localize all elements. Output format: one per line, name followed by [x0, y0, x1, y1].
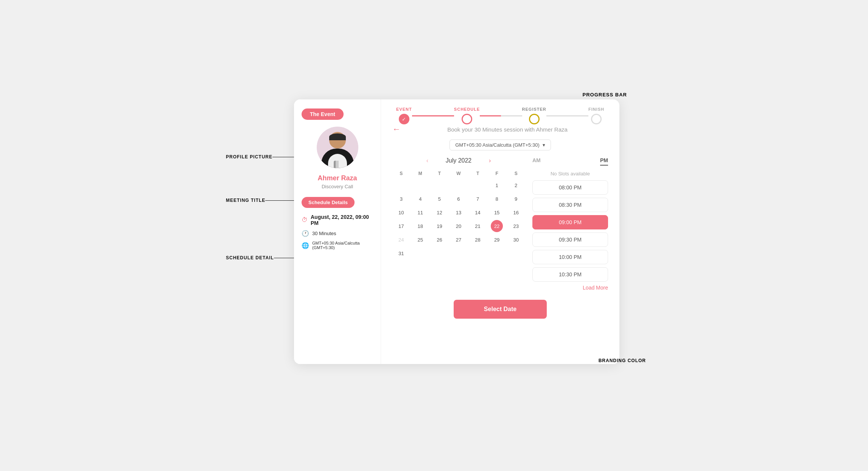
cal-day-10[interactable]: 10 [395, 206, 407, 218]
select-date-button[interactable]: Select Date [454, 300, 547, 319]
meeting-subtitle: Discovery Call [322, 184, 353, 189]
left-panel: The Event Ahmer Raza Discovery Call Sche… [294, 99, 381, 364]
cal-day-28[interactable]: 28 [472, 234, 484, 246]
step-register-circle [529, 114, 540, 124]
timezone-dropdown[interactable]: GMT+05:30 Asia/Calcutta (GMT+5:30) ▾ [450, 139, 551, 150]
am-tab[interactable]: AM [532, 157, 541, 166]
cal-day-18[interactable]: 18 [414, 220, 426, 232]
cal-day-27[interactable]: 27 [453, 234, 465, 246]
avatar [317, 127, 358, 168]
bottom-actions: Select Date [392, 300, 608, 319]
step-event[interactable]: EVENT ✓ [396, 107, 412, 124]
schedule-duration: 🕐 30 Minutes [302, 230, 373, 237]
cal-header-sun: S [392, 169, 410, 178]
cal-day-empty [491, 247, 503, 259]
cal-day-17[interactable]: 17 [395, 220, 407, 232]
chevron-down-icon: ▾ [543, 142, 545, 148]
cal-day-6[interactable]: 6 [453, 193, 465, 205]
cal-day-24[interactable]: 24 [395, 234, 407, 246]
cal-day-empty [510, 247, 522, 259]
cal-header-tue: T [431, 169, 448, 178]
cal-day-2[interactable]: 2 [510, 179, 522, 191]
time-slot-5[interactable]: 10:30 PM [532, 267, 608, 282]
cal-day-23[interactable]: 23 [510, 220, 522, 232]
load-more-button[interactable]: Load More [532, 285, 608, 291]
next-month-arrow[interactable]: › [489, 157, 491, 164]
clock-icon: ⏱ [302, 217, 308, 223]
cal-day-empty [453, 179, 465, 191]
cal-day-8[interactable]: 8 [491, 193, 503, 205]
cal-day-empty [453, 247, 465, 259]
time-slot-2[interactable]: 09:00 PM [532, 215, 608, 229]
cal-day-1[interactable]: 1 [491, 179, 503, 191]
cal-day-7[interactable]: 7 [472, 193, 484, 205]
cal-day-31[interactable]: 31 [395, 247, 407, 259]
cal-day-9[interactable]: 9 [510, 193, 522, 205]
cal-header-wed: W [450, 169, 468, 178]
step-register[interactable]: REGISTER [522, 107, 546, 124]
step-register-label: REGISTER [522, 107, 546, 112]
schedule-timezone: 🌐 GMT+05:30 Asia/Calcutta (GMT+5:30) [302, 241, 373, 250]
back-arrow[interactable]: ← [392, 124, 401, 134]
cal-day-empty [472, 247, 484, 259]
branding-color-annotation: BRANDING COLOR [599, 358, 646, 363]
time-slot-4[interactable]: 10:00 PM [532, 250, 608, 264]
cal-header-thu: T [469, 169, 487, 178]
duration-icon: 🕐 [302, 230, 309, 237]
no-slots-text: No Slots available [532, 171, 608, 177]
cal-day-19[interactable]: 19 [433, 220, 445, 232]
cal-day-26[interactable]: 26 [433, 234, 445, 246]
cal-day-14[interactable]: 14 [472, 206, 484, 218]
cal-day-empty [414, 179, 426, 191]
step-finish-label: FINISH [588, 107, 604, 112]
step-schedule[interactable]: SCHEDULE [454, 107, 480, 124]
event-badge: The Event [302, 108, 344, 120]
cal-day-empty [433, 247, 445, 259]
cal-day-29[interactable]: 29 [491, 234, 503, 246]
cal-day-15[interactable]: 15 [491, 206, 503, 218]
cal-day-12[interactable]: 12 [433, 206, 445, 218]
cal-header-mon: M [412, 169, 429, 178]
calendar-grid: S M T W T F S 1 2 [392, 169, 525, 259]
cal-day-25[interactable]: 25 [414, 234, 426, 246]
step-finish-circle [591, 114, 602, 124]
timezone-selector: GMT+05:30 Asia/Calcutta (GMT+5:30) ▾ [392, 139, 608, 150]
time-slot-0[interactable]: 08:00 PM [532, 180, 608, 195]
prev-month-arrow[interactable]: ‹ [426, 157, 428, 164]
time-area: AM PM No Slots available 08:00 PM 08:30 … [532, 157, 608, 291]
cal-day-3[interactable]: 3 [395, 193, 407, 205]
pm-tab[interactable]: PM [600, 157, 608, 166]
cal-day-22[interactable]: 22 [491, 220, 503, 232]
time-slot-1[interactable]: 08:30 PM [532, 198, 608, 212]
cal-day-13[interactable]: 13 [453, 206, 465, 218]
cal-header-fri: F [488, 169, 506, 178]
content-area: ‹ July 2022 › S M T W T F S [392, 157, 608, 291]
step-line-2 [480, 115, 522, 116]
right-panel: EVENT ✓ SCHEDULE REGISTER FINI [381, 99, 619, 364]
cal-day-30[interactable]: 30 [510, 234, 522, 246]
step-schedule-circle [462, 114, 472, 124]
step-event-circle: ✓ [399, 114, 409, 124]
cal-header-sat: S [507, 169, 525, 178]
cal-day-11[interactable]: 11 [414, 206, 426, 218]
progress-steps: EVENT ✓ SCHEDULE REGISTER FINI [392, 107, 608, 124]
session-title: Book your 30 Minutes session with Ahmer … [407, 126, 608, 133]
cal-day-empty [433, 179, 445, 191]
month-title: July 2022 [436, 157, 481, 164]
cal-day-empty [414, 247, 426, 259]
time-slot-3[interactable]: 09:30 PM [532, 232, 608, 247]
cal-day-16[interactable]: 16 [510, 206, 522, 218]
step-finish[interactable]: FINISH [588, 107, 604, 124]
step-schedule-label: SCHEDULE [454, 107, 480, 112]
month-nav: ‹ July 2022 › [392, 157, 525, 164]
cal-day-20[interactable]: 20 [453, 220, 465, 232]
step-event-label: EVENT [396, 107, 412, 112]
back-and-title: ← Book your 30 Minutes session with Ahme… [392, 124, 608, 134]
schedule-details-badge: Schedule Details [302, 197, 355, 208]
cal-day-5[interactable]: 5 [433, 193, 445, 205]
cal-day-21[interactable]: 21 [472, 220, 484, 232]
cal-day-4[interactable]: 4 [414, 193, 426, 205]
cal-day-empty [395, 179, 407, 191]
schedule-datetime: ⏱ August, 22, 2022, 09:00 PM [302, 214, 373, 226]
progress-bar-label: PROGRESS BAR [583, 92, 627, 98]
